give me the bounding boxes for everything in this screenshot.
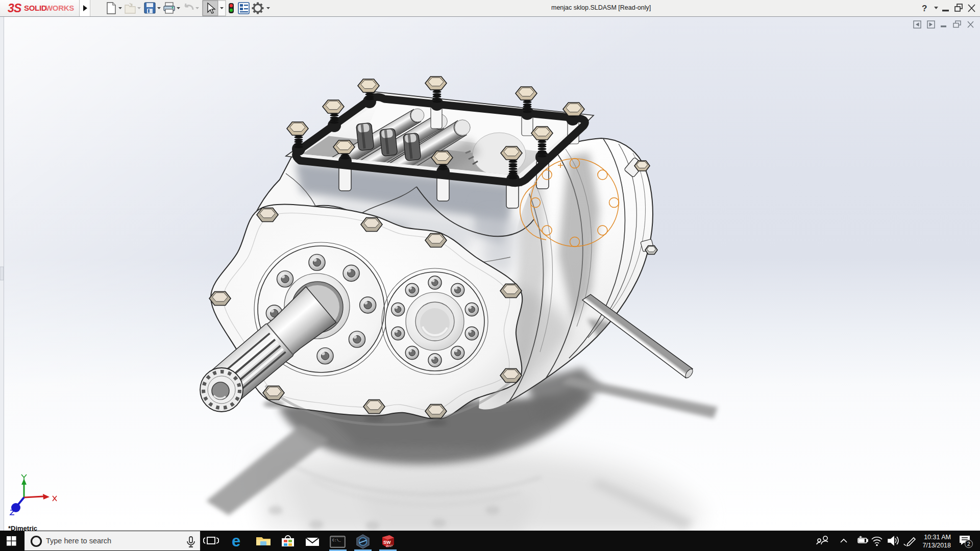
svg-text:S: S	[14, 2, 22, 15]
svg-text:C:\_: C:\_	[332, 538, 341, 542]
svg-text:2: 2	[967, 541, 970, 547]
svg-text:*Dimetric: *Dimetric	[8, 524, 37, 531]
svg-text:SOLID: SOLID	[24, 4, 47, 12]
svg-text:7/13/2018: 7/13/2018	[922, 542, 951, 549]
svg-text:2017: 2017	[386, 544, 393, 547]
svg-text:10:31 AM: 10:31 AM	[924, 534, 951, 541]
svg-text:e: e	[232, 532, 240, 550]
svg-text:?: ?	[922, 4, 927, 13]
svg-text:WORKS: WORKS	[45, 4, 74, 12]
